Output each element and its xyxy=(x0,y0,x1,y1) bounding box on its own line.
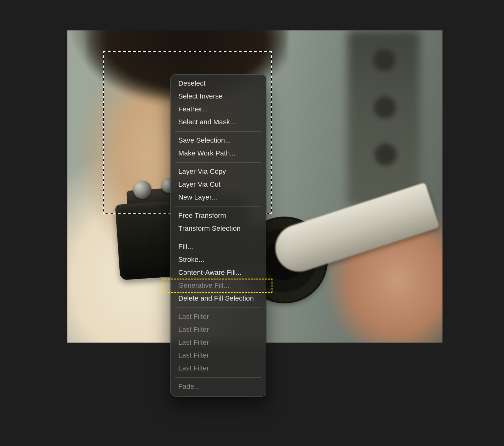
menu-item-new-layer[interactable]: New Layer... xyxy=(171,191,266,204)
menu-separator xyxy=(175,131,261,132)
editor-stage: 35mm DeselectSelect InverseFeather...Sel… xyxy=(0,0,504,446)
menu-item-stroke[interactable]: Stroke... xyxy=(171,253,266,266)
menu-item-last-filter-5: Last Filter xyxy=(171,362,266,375)
menu-item-content-aware-fill[interactable]: Content-Aware Fill... xyxy=(171,266,266,279)
photo-camera-dial xyxy=(133,181,152,199)
menu-separator xyxy=(175,162,261,163)
menu-item-make-work-path[interactable]: Make Work Path... xyxy=(171,147,266,160)
menu-item-transform-selection[interactable]: Transform Selection xyxy=(171,222,266,235)
menu-separator xyxy=(175,377,261,378)
menu-item-select-and-mask[interactable]: Select and Mask... xyxy=(171,116,266,129)
menu-item-fade: Fade... xyxy=(171,380,266,393)
menu-item-feather[interactable]: Feather... xyxy=(171,103,266,116)
context-menu[interactable]: DeselectSelect InverseFeather...Select a… xyxy=(170,74,266,397)
menu-separator xyxy=(175,238,261,238)
photo-blur-dot xyxy=(374,96,396,118)
menu-item-select-inverse[interactable]: Select Inverse xyxy=(171,90,266,103)
menu-item-save-selection[interactable]: Save Selection... xyxy=(171,134,266,147)
menu-separator xyxy=(175,206,261,207)
menu-item-layer-via-copy[interactable]: Layer Via Copy xyxy=(171,165,266,178)
menu-item-deselect[interactable]: Deselect xyxy=(171,77,266,90)
photo-blur-dot xyxy=(373,49,395,71)
menu-item-free-transform[interactable]: Free Transform xyxy=(171,209,266,222)
menu-separator xyxy=(175,308,261,308)
menu-item-layer-via-cut[interactable]: Layer Via Cut xyxy=(171,178,266,191)
menu-item-last-filter-2: Last Filter xyxy=(171,323,266,336)
menu-item-last-filter-4: Last Filter xyxy=(171,349,266,362)
menu-item-last-filter-3: Last Filter xyxy=(171,336,266,349)
menu-item-last-filter-1: Last Filter xyxy=(171,310,266,323)
menu-item-delete-and-fill[interactable]: Delete and Fill Selection xyxy=(171,292,266,305)
menu-item-fill[interactable]: Fill... xyxy=(171,240,266,253)
photo-blur-dot xyxy=(375,144,397,166)
menu-item-generative-fill: Generative Fill... xyxy=(171,279,266,292)
